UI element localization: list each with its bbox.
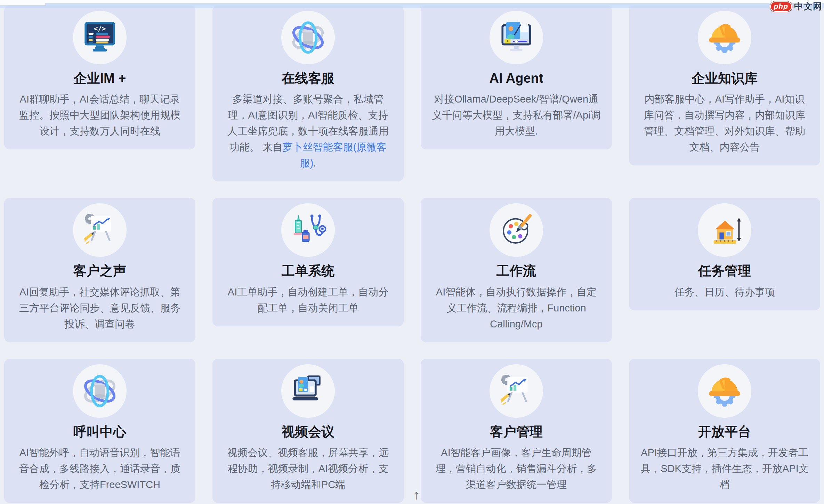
card-description: AI群聊助手，AI会话总结，聊天记录监控。按照中大型团队架构使用规模设计，支持数…: [15, 91, 185, 139]
card-description: API接口开放，第三方集成，开发者工具，SDK支持，插件生态，开放API文档: [639, 445, 810, 493]
medical-kit-icon: [281, 203, 335, 257]
feature-card-ai-agent[interactable]: AI Agent 对接Ollama/DeepSeek/智谱/Qwen通义千问等大…: [421, 5, 612, 149]
hardhat-gear-icon: [698, 11, 751, 64]
card-description: AI工单助手，自动创建工单，自动分配工单，自动关闭工单: [223, 284, 393, 316]
description-text: AI智能客户画像，客户生命周期管理，营销自动化，销售漏斗分析，多渠道客户数据统一…: [436, 447, 597, 490]
feature-card-voice-of-customer[interactable]: 客户之声 AI回复助手，社交媒体评论抓取、第三方平台评论同步、意见反馈、服务投诉…: [4, 198, 195, 342]
feature-card-customer-management[interactable]: 客户管理 AI智能客户画像，客户生命周期管理，营销自动化，销售漏斗分析，多渠道客…: [421, 359, 612, 503]
top-white-strip: [0, 0, 824, 3]
card-title: 工作流: [431, 262, 601, 279]
chart-presentation-icon: [490, 364, 543, 418]
card-title: 客户之声: [15, 262, 185, 279]
hardhat-gear-icon: [698, 364, 751, 418]
description-text: 任务、日历、待办事项: [674, 286, 775, 298]
feature-card-workflow[interactable]: 工作流 AI智能体，自动执行数据操作，自定义工作流、流程编排，Function …: [421, 198, 612, 342]
card-title: 企业知识库: [639, 70, 810, 87]
card-description: AI智能体，自动执行数据操作，自定义工作流、流程编排，Function Call…: [431, 284, 601, 332]
card-title: 视频会议: [223, 423, 393, 440]
card-description: 视频会议、视频客服，屏幕共享，远程协助，视频录制，AI视频分析，支持移动端和PC…: [223, 445, 393, 493]
paint-palette-icon: [490, 203, 543, 257]
description-text: AI智能外呼，自动语音识别，智能语音合成，多线路接入，通话录音，质检分析，支持F…: [19, 447, 180, 490]
card-description: AI回复助手，社交媒体评论抓取、第三方平台评论同步、意见反馈、服务投诉、调查问卷: [15, 284, 185, 332]
card-title: 在线客服: [223, 70, 393, 87]
card-title: 呼叫中心: [15, 423, 185, 440]
description-text: 视频会议、视频客服，屏幕共享，远程协助，视频录制，AI视频分析，支持移动端和PC…: [227, 447, 389, 490]
feature-card-open-platform[interactable]: 开放平台 API接口开放，第三方集成，开发者工具，SDK支持，插件生态，开放AP…: [629, 359, 820, 503]
card-title: 工单系统: [223, 262, 393, 279]
atom-database-icon: [281, 11, 335, 64]
card-title: 任务管理: [639, 262, 810, 279]
feature-card-call-center[interactable]: 呼叫中心 AI智能外呼，自动语音识别，智能语音合成，多线路接入，通话录音，质检分…: [4, 359, 195, 503]
description-text: API接口开放，第三方集成，开发者工具，SDK支持，插件生态，开放API文档: [640, 447, 808, 490]
feature-card-ticket-system[interactable]: 工单系统 AI工单助手，自动创建工单，自动分配工单，自动关闭工单: [212, 198, 404, 326]
card-description: AI智能客户画像，客户生命周期管理，营销自动化，销售漏斗分析，多渠道客户数据统一…: [431, 445, 601, 493]
card-title: 企业IM +: [15, 70, 185, 87]
php-logo-icon: php: [770, 1, 792, 12]
description-text: .: [313, 157, 316, 169]
card-title: 客户管理: [431, 423, 601, 440]
description-text: 内部客服中心，AI写作助手，AI知识库问答，自动撰写内容，内部知识库管理、文档管…: [644, 94, 805, 153]
php-cn-watermark: php 中文网: [770, 0, 822, 13]
house-measure-icon: [698, 203, 751, 257]
description-text: AI回复助手，社交媒体评论抓取、第三方平台评论同步、意见反馈、服务投诉、调查问卷: [19, 286, 180, 330]
atom-database-icon: [73, 364, 127, 418]
card-description: 任务、日历、待办事项: [639, 284, 810, 300]
feature-card-enterprise-knowledge-base[interactable]: 企业知识库 内部客服中心，AI写作助手，AI知识库问答，自动撰写内容，内部知识库…: [629, 5, 820, 165]
card-description: AI智能外呼，自动语音识别，智能语音合成，多线路接入，通话录音，质检分析，支持F…: [15, 445, 185, 493]
description-text: 对接Ollama/DeepSeek/智谱/Qwen通义千问等大模型，支持私有部署…: [432, 94, 601, 137]
chart-presentation-icon: [73, 203, 127, 257]
vendor-link[interactable]: 萝卜丝智能客服(原微客服): [283, 141, 387, 169]
description-text: AI智能体，自动执行数据操作，自定义工作流、流程编排，Function Call…: [436, 286, 597, 330]
feature-card-video-meeting[interactable]: 视频会议 视频会议、视频客服，屏幕共享，远程协助，视频录制，AI视频分析，支持移…: [212, 359, 404, 503]
code-monitor-icon: [73, 11, 127, 64]
feature-card-online-customer-service[interactable]: 在线客服 多渠道对接、多账号聚合，私域管理，AI意图识别，AI智能质检、支持人工…: [212, 5, 404, 181]
card-description: 多渠道对接、多账号聚合，私域管理，AI意图识别，AI智能质检、支持人工坐席兜底，…: [223, 91, 393, 171]
feature-card-task-management[interactable]: 任务管理 任务、日历、待办事项: [629, 198, 820, 310]
presenter-screen-icon: [490, 11, 543, 64]
video-meeting-icon: [281, 364, 335, 418]
feature-card-enterprise-im[interactable]: 企业IM + AI群聊助手，AI会话总结，聊天记录监控。按照中大型团队架构使用规…: [4, 5, 195, 149]
card-description: 对接Ollama/DeepSeek/智谱/Qwen通义千问等大模型，支持私有部署…: [431, 91, 601, 139]
card-title: AI Agent: [431, 70, 601, 87]
scroll-to-top-arrow[interactable]: ↑: [407, 487, 425, 502]
feature-grid: 企业IM + AI群聊助手，AI会话总结，聊天记录监控。按照中大型团队架构使用规…: [4, 5, 820, 503]
card-description: 内部客服中心，AI写作助手，AI知识库问答，自动撰写内容，内部知识库管理、文档管…: [639, 91, 810, 155]
top-left-corner: [0, 0, 45, 5]
description-text: AI工单助手，自动创建工单，自动分配工单，自动关闭工单: [228, 286, 388, 314]
card-title: 开放平台: [639, 423, 810, 440]
description-text: AI群聊助手，AI会话总结，聊天记录监控。按照中大型团队架构使用规模设计，支持数…: [19, 94, 180, 137]
top-blue-band: [0, 3, 824, 8]
watermark-site-text: 中文网: [794, 0, 822, 13]
